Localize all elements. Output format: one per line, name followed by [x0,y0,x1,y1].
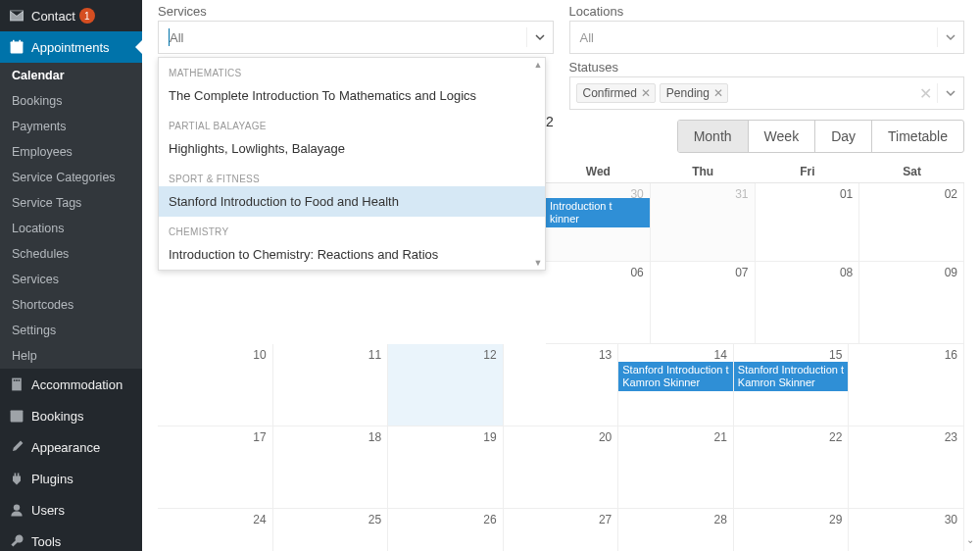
submenu-bookings[interactable]: Bookings [0,88,142,114]
day-header: Fri [756,161,860,182]
building-icon [8,376,25,393]
calendar-cell[interactable]: 25 [273,509,389,551]
calendar-cell[interactable]: 28 [618,509,734,551]
calendar-cell[interactable]: 19 [388,426,504,509]
locations-label: Locations [569,4,965,19]
calendar-icon [8,407,25,425]
services-dropdown[interactable]: Mathematics The Complete Introduction To… [158,57,546,271]
calendar-icon [8,38,25,56]
submenu-calendar[interactable]: Calendar [0,63,142,88]
calendar-cell[interactable]: 10 [158,344,273,426]
chevron-down-icon[interactable] [937,27,956,47]
scroll-up-icon[interactable]: ▲ [534,59,543,71]
calendar-cell[interactable]: 26 [388,509,504,551]
dropdown-group: Chemistry [159,217,545,239]
calendar-cell[interactable]: 30 [849,509,964,551]
calendar-cell[interactable]: 14 Stanford Introduction tKamron Skinner [618,344,734,426]
calendar-cell[interactable]: 01 [756,183,860,262]
calendar-cell[interactable]: 30 Introduction tkinner [546,183,651,262]
calendar-cell[interactable]: 15 Stanford Introduction tKamron Skinner [734,344,850,426]
calendar-cell[interactable]: 11 [273,344,389,426]
svg-point-10 [14,504,20,510]
clear-all-icon[interactable]: ✕ [919,84,932,103]
dropdown-item[interactable]: Stanford Introduction to Food and Health [159,186,545,217]
calendar-event[interactable]: Introduction tkinner [546,198,650,227]
submenu-schedules[interactable]: Schedules [0,241,142,267]
dropdown-scrollbar[interactable]: ▲▼ [532,59,544,269]
submenu-services[interactable]: Services [0,267,142,292]
calendar-cell[interactable]: 24 [158,509,273,551]
sidebar-item-plugins[interactable]: Plugins [0,463,142,494]
calendar-cell[interactable]: 18 [273,426,389,509]
tab-day[interactable]: Day [815,121,872,152]
submenu-help[interactable]: Help [0,343,142,369]
remove-tag-icon[interactable]: ✕ [713,86,723,100]
calendar-cell[interactable]: 17 [158,426,273,509]
day-header: Wed [546,161,651,182]
calendar-cell[interactable]: 31 [651,183,756,262]
sidebar-label: Appointments [31,40,110,55]
calendar-cell[interactable]: 02 [859,183,964,262]
submenu-payments[interactable]: Payments [0,114,142,139]
locations-select[interactable]: All [569,21,965,54]
statuses-select[interactable]: Confirmed✕ Pending✕ ✕ [569,76,965,110]
chevron-down-icon[interactable] [526,27,545,47]
dropdown-item[interactable]: Introduction to Chemistry: Reactions and… [159,239,545,270]
scroll-down-icon[interactable]: ▼ [534,257,543,269]
statuses-label: Statuses [569,60,965,75]
sidebar-item-users[interactable]: Users [0,494,142,526]
locations-value: All [580,30,594,45]
sidebar-item-accommodation[interactable]: Accommodation [0,369,142,400]
sidebar-item-contact[interactable]: Contact 1 [0,0,142,31]
submenu-settings[interactable]: Settings [0,318,142,343]
calendar-row: 30 Introduction tkinner 31 01 02 [546,183,964,262]
calendar-cell[interactable]: 16 [849,344,964,426]
services-select[interactable] [158,21,554,54]
calendar-cell[interactable]: 27 [504,509,619,551]
calendar-event[interactable]: Stanford Introduction tKamron Skinner [618,362,733,391]
svg-rect-7 [16,379,18,381]
sidebar-label: Plugins [31,472,74,486]
calendar-cell[interactable]: 06 [546,262,651,344]
sidebar-item-appointments[interactable]: Appointments [0,31,142,63]
sidebar-label: Appearance [31,440,100,455]
tab-timetable[interactable]: Timetable [872,121,963,152]
submenu-employees[interactable]: Employees [0,139,142,165]
wrench-icon [8,532,25,550]
calendar-event[interactable]: Stanford Introduction tKamron Skinner [734,362,849,391]
calendar-cell[interactable]: 23 [849,426,964,509]
submenu-service-tags[interactable]: Service Tags [0,190,142,216]
submenu-service-categories[interactable]: Service Categories [0,165,142,190]
partial-text: 2 [546,114,554,129]
services-label: Services [158,4,554,19]
dropdown-item[interactable]: Highlights, Lowlights, Balayage [159,133,545,164]
calendar-cell[interactable]: 07 [651,262,756,344]
calendar-cell-today[interactable]: 12 [388,344,504,426]
submenu-shortcodes[interactable]: Shortcodes [0,292,142,318]
dropdown-item[interactable]: The Complete Introduction To Mathematics… [159,80,545,111]
tab-week[interactable]: Week [749,121,816,152]
sidebar-item-appearance[interactable]: Appearance [0,431,142,463]
calendar-cell[interactable]: 21 [618,426,734,509]
calendar-cell[interactable]: 13 [504,344,619,426]
calendar-cell[interactable]: 22 [734,426,850,509]
services-input[interactable] [170,30,543,45]
calendar-cell[interactable]: 29 [734,509,850,551]
collapse-icon[interactable]: ⌄ [966,534,974,545]
view-tabs: Month Week Day Timetable [677,120,964,153]
remove-tag-icon[interactable]: ✕ [641,86,651,100]
services-filter: Services [158,4,554,54]
calendar-row: 06 07 08 09 [546,262,964,344]
day-header: Sat [859,161,964,182]
plug-icon [8,470,25,487]
sidebar-item-bookings[interactable]: Bookings [0,400,142,431]
main-content: Services Locations All . Statuses Confir… [142,0,980,551]
calendar-cell[interactable]: 09 [859,262,964,344]
calendar-cell[interactable]: 08 [756,262,860,344]
sidebar-item-tools[interactable]: Tools [0,526,142,551]
sidebar-label: Contact [31,9,75,24]
calendar-cell[interactable]: 20 [504,426,619,509]
submenu-locations[interactable]: Locations [0,216,142,241]
chevron-down-icon[interactable] [937,83,956,103]
tab-month[interactable]: Month [678,121,749,152]
